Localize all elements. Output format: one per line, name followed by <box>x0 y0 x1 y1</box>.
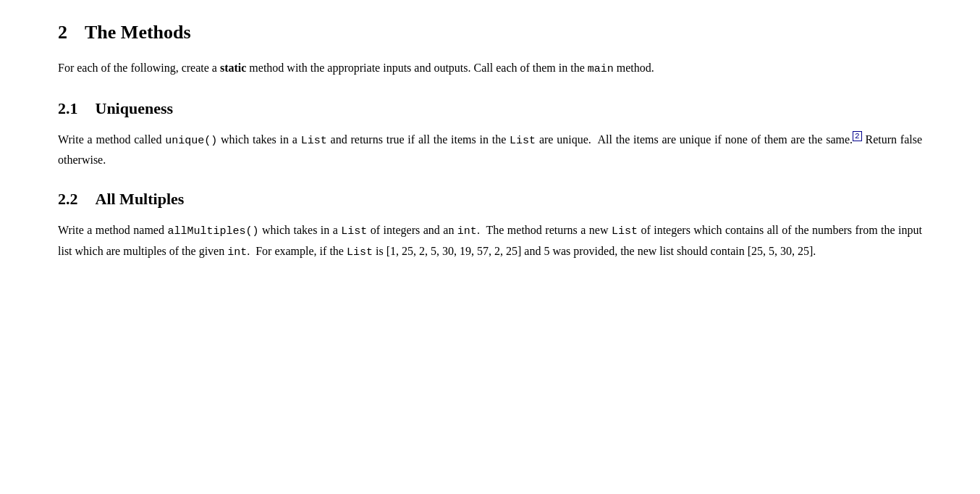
intro-text-3: method. <box>614 62 654 74</box>
list-ref-1: List <box>301 135 327 147</box>
section-2: 2 The Methods For each of the following,… <box>58 22 922 261</box>
subsection-2-1: 2.1 Uniqueness Write a method called uni… <box>58 99 922 170</box>
subsection-2-1-paragraph: Write a method called unique() which tak… <box>58 130 922 170</box>
subsection-2-1-heading: Uniqueness <box>96 99 174 118</box>
section-number: 2 <box>58 22 67 43</box>
intro-mono-main: main <box>588 63 614 75</box>
subsection-2-2-heading: All Multiples <box>96 190 185 209</box>
list-ref-4: List <box>612 225 638 238</box>
section-heading: The Methods <box>85 22 191 43</box>
subsection-2-2: 2.2 All Multiples Write a method named a… <box>58 190 922 261</box>
list-ref-3: List <box>341 225 367 238</box>
allMultiples-method: allMultiples() <box>167 225 258 238</box>
footnote-ref-2: 2 <box>853 131 862 141</box>
subsection-2-1-title: 2.1 Uniqueness <box>58 99 922 118</box>
section-title: 2 The Methods <box>58 22 922 43</box>
intro-text-1: For each of the following, create a <box>58 62 220 74</box>
intro-bold-static: static <box>220 62 246 74</box>
subsection-2-2-title: 2.2 All Multiples <box>58 190 922 209</box>
list-ref-5: List <box>347 246 373 259</box>
subsection-2-2-number: 2.2 <box>58 190 78 209</box>
int-ref-2: int <box>227 246 247 259</box>
int-ref-1: int <box>457 225 477 238</box>
subsection-2-2-paragraph: Write a method named allMultiples() whic… <box>58 220 922 261</box>
unique-method: unique() <box>165 135 217 147</box>
list-ref-2: List <box>510 135 536 147</box>
intro-text-2: method with the appropriate inputs and o… <box>246 62 587 74</box>
section-intro: For each of the following, create a stat… <box>58 58 922 79</box>
subsection-2-1-number: 2.1 <box>58 99 78 118</box>
